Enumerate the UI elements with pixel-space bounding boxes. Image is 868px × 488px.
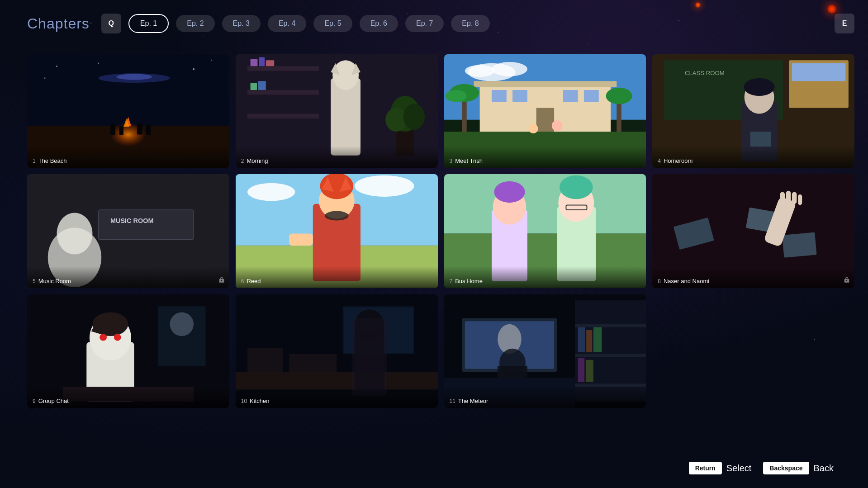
episode-btn-6[interactable]: Ep. 6 — [360, 15, 398, 32]
back-label: Back — [814, 463, 834, 474]
chapter-1-num: 1 — [33, 158, 36, 164]
chapter-card-4[interactable]: CLASS ROOM 4 Homeroom — [652, 54, 854, 168]
svg-point-50 — [445, 90, 466, 102]
chapter-card-11[interactable]: 11 The Meteor — [444, 294, 646, 408]
svg-rect-118 — [289, 354, 337, 371]
chapter-5-lock — [218, 277, 225, 284]
chapter-3-label: 3 Meet Trish — [444, 146, 646, 168]
chapter-card-5[interactable]: MUSIC ROOM 5 Music Room — [27, 174, 229, 288]
chapter-card-1[interactable]: 1 The Beach — [27, 54, 229, 168]
episode-btn-2[interactable]: Ep. 2 — [176, 15, 214, 32]
decorative-orb-2 — [827, 5, 836, 14]
svg-text:MUSIC ROOM: MUSIC ROOM — [110, 217, 154, 224]
chapter-5-label: 5 Music Room — [27, 266, 229, 288]
svg-point-14 — [193, 68, 194, 70]
episode-btn-5[interactable]: Ep. 5 — [313, 15, 352, 32]
svg-rect-43 — [512, 90, 527, 102]
chapter-9-label: 9 Group Chat — [27, 386, 229, 408]
header: Chapters Q Ep. 1 Ep. 2 Ep. 3 Ep. 4 Ep. 5… — [27, 14, 854, 33]
svg-point-73 — [247, 183, 295, 201]
chapters-grid: 1 The Beach — [27, 54, 854, 408]
svg-point-28 — [332, 60, 359, 90]
chapter-2-title: Morning — [247, 157, 268, 164]
chapter-11-num: 11 — [450, 398, 455, 404]
svg-point-4 — [116, 74, 152, 80]
chapter-7-num: 7 — [450, 278, 453, 284]
svg-rect-10 — [137, 123, 142, 134]
svg-rect-124 — [575, 324, 646, 327]
chapter-2-label: 2 Morning — [236, 146, 438, 168]
chapter-1-label: 1 The Beach — [27, 146, 229, 168]
chapter-card-2[interactable]: 2 Morning — [236, 54, 438, 168]
chapter-card-10[interactable]: 10 Kitchen — [236, 294, 438, 408]
episode-btn-1[interactable]: Ep. 1 — [128, 14, 169, 33]
episode-btn-8[interactable]: Ep. 8 — [451, 15, 489, 32]
chapter-8-title: Naser and Naomi — [664, 278, 709, 284]
svg-rect-121 — [351, 318, 387, 395]
chapter-5-num: 5 — [33, 278, 36, 284]
svg-rect-19 — [247, 66, 319, 71]
svg-rect-84 — [444, 174, 646, 234]
episode-btn-7[interactable]: Ep. 7 — [405, 15, 444, 32]
controls: Return Select Backspace Back — [689, 462, 841, 474]
svg-rect-1 — [27, 54, 229, 126]
svg-point-63 — [744, 78, 775, 96]
svg-point-140 — [499, 348, 526, 377]
svg-rect-44 — [563, 90, 578, 102]
chapter-9-num: 9 — [33, 398, 36, 404]
svg-point-91 — [559, 175, 593, 199]
svg-rect-46 — [536, 108, 554, 132]
svg-rect-67 — [99, 210, 194, 240]
return-key: Return — [689, 462, 722, 474]
svg-point-88 — [494, 181, 525, 203]
svg-rect-130 — [578, 358, 584, 382]
chapter-card-6[interactable]: 6 Reed — [236, 174, 438, 288]
chapter-card-8[interactable]: 8 Naser and Naomi — [652, 174, 854, 288]
chapter-8-num: 8 — [658, 278, 661, 284]
svg-text:CLASS ROOM: CLASS ROOM — [685, 70, 725, 76]
svg-rect-128 — [586, 330, 592, 352]
svg-rect-45 — [583, 90, 598, 102]
chapter-3-num: 3 — [450, 158, 453, 164]
chapter-10-num: 10 — [241, 398, 247, 404]
svg-point-70 — [57, 213, 92, 255]
svg-rect-82 — [289, 234, 313, 246]
chapter-card-9[interactable]: 9 Group Chat — [27, 294, 229, 408]
chapter-10-label: 10 Kitchen — [236, 386, 438, 408]
svg-point-12 — [56, 66, 57, 67]
svg-rect-60 — [792, 63, 845, 81]
svg-point-81 — [325, 211, 349, 221]
decorative-orb-1 — [695, 2, 701, 8]
svg-point-39 — [465, 65, 494, 77]
chapter-6-title: Reed — [247, 278, 261, 284]
chapter-card-3[interactable]: 3 Meet Trish — [444, 54, 646, 168]
svg-rect-24 — [266, 60, 274, 66]
svg-point-16 — [44, 77, 46, 79]
chapter-8-label: 8 Naser and Naomi — [652, 266, 854, 288]
svg-point-74 — [355, 175, 414, 197]
svg-rect-117 — [247, 348, 283, 372]
episode-btn-3[interactable]: Ep. 3 — [222, 15, 261, 32]
svg-rect-9 — [119, 126, 123, 135]
q-button[interactable]: Q — [101, 14, 121, 33]
svg-rect-20 — [247, 90, 319, 95]
chapter-10-title: Kitchen — [250, 398, 269, 404]
chapter-4-title: Homeroom — [664, 157, 693, 164]
chapter-6-label: 6 Reed — [236, 266, 438, 288]
svg-rect-42 — [491, 90, 506, 102]
svg-rect-101 — [792, 192, 797, 204]
chapter-4-label: 4 Homeroom — [652, 146, 854, 168]
chapter-7-title: Bus Home — [455, 278, 483, 284]
chapter-4-num: 4 — [658, 158, 661, 164]
svg-point-34 — [403, 104, 424, 130]
svg-point-52 — [606, 88, 632, 104]
chapter-9-title: Group Chat — [38, 398, 69, 404]
e-button[interactable]: E — [835, 14, 854, 33]
chapter-6-num: 6 — [241, 278, 244, 284]
chapter-2-num: 2 — [241, 158, 244, 164]
svg-point-38 — [491, 62, 527, 76]
episode-btn-4[interactable]: Ep. 4 — [268, 15, 306, 32]
svg-rect-26 — [258, 81, 266, 90]
chapter-card-7[interactable]: 7 Bus Home — [444, 174, 646, 288]
chapter-11-title: The Meteor — [458, 398, 488, 404]
